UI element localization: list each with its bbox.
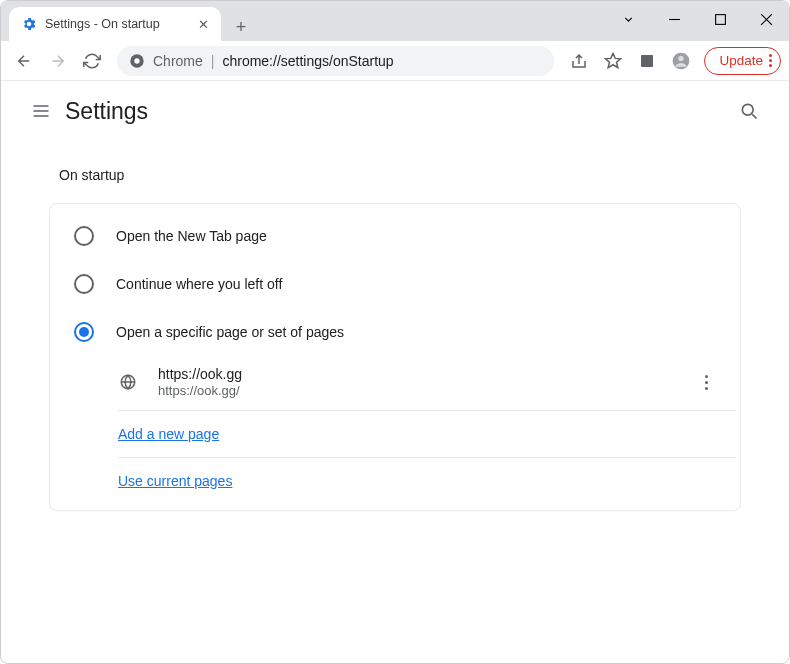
bookmark-icon[interactable] [598,46,628,76]
svg-point-7 [742,104,753,115]
radio-continue[interactable]: Continue where you left off [50,260,740,308]
update-label: Update [719,53,763,68]
close-icon[interactable]: ✕ [195,16,211,32]
globe-icon [118,372,138,392]
address-bar[interactable]: Chrome | chrome://settings/onStartup [117,46,554,76]
page-more-button[interactable] [692,375,720,390]
forward-button[interactable] [43,46,73,76]
radio-label: Open a specific page or set of pages [116,324,344,340]
radio-label: Continue where you left off [116,276,282,292]
svg-rect-4 [641,55,653,67]
titlebar: Settings - On startup ✕ + [1,1,789,41]
menu-icon[interactable] [21,91,61,131]
startup-page-row: https://ook.gg https://ook.gg/ [98,356,736,408]
radio-icon [74,274,94,294]
add-page-row: Add a new page [98,413,736,455]
omnibox-path: chrome://settings/onStartup [222,53,393,69]
omnibox-divider: | [211,53,215,69]
kebab-icon [705,375,708,390]
minimize-button[interactable] [651,1,697,37]
toolbar: Chrome | chrome://settings/onStartup Upd… [1,41,789,81]
reload-button[interactable] [77,46,107,76]
chevron-down-icon[interactable] [605,1,651,37]
back-button[interactable] [9,46,39,76]
page-text: https://ook.gg https://ook.gg/ [158,366,672,398]
use-current-link[interactable]: Use current pages [118,473,232,489]
chrome-icon [129,53,145,69]
extensions-icon[interactable] [632,46,662,76]
radio-label: Open the New Tab page [116,228,267,244]
radio-icon [74,322,94,342]
specific-pages-block: https://ook.gg https://ook.gg/ Add a new… [98,356,736,502]
settings-header: Settings [1,81,789,141]
kebab-icon [769,54,772,67]
svg-rect-0 [669,18,680,19]
maximize-button[interactable] [697,1,743,37]
section-title: On startup [49,149,741,203]
page-title: Settings [65,98,148,125]
tab-title: Settings - On startup [45,17,187,31]
page-entry-title: https://ook.gg [158,366,672,382]
omnibox-prefix: Chrome [153,53,203,69]
page-entry-url: https://ook.gg/ [158,383,672,398]
browser-tab[interactable]: Settings - On startup ✕ [9,7,221,41]
add-page-link[interactable]: Add a new page [118,426,219,442]
divider [118,457,736,458]
gear-icon [21,16,37,32]
new-tab-button[interactable]: + [227,13,255,41]
update-button[interactable]: Update [704,47,781,75]
svg-rect-1 [715,14,725,24]
radio-new-tab[interactable]: Open the New Tab page [50,212,740,260]
use-current-row: Use current pages [98,460,736,502]
svg-point-6 [679,55,684,60]
window-controls [605,1,789,37]
search-icon[interactable] [729,91,769,131]
close-window-button[interactable] [743,1,789,37]
share-icon[interactable] [564,46,594,76]
radio-specific-pages[interactable]: Open a specific page or set of pages [50,308,740,356]
profile-icon[interactable] [666,46,696,76]
content-area: On startup Open the New Tab page Continu… [1,141,789,531]
startup-card: Open the New Tab page Continue where you… [49,203,741,511]
browser-window: Settings - On startup ✕ + Chrome | chrom… [0,0,790,664]
radio-icon [74,226,94,246]
svg-point-3 [134,58,139,63]
divider [118,410,736,411]
